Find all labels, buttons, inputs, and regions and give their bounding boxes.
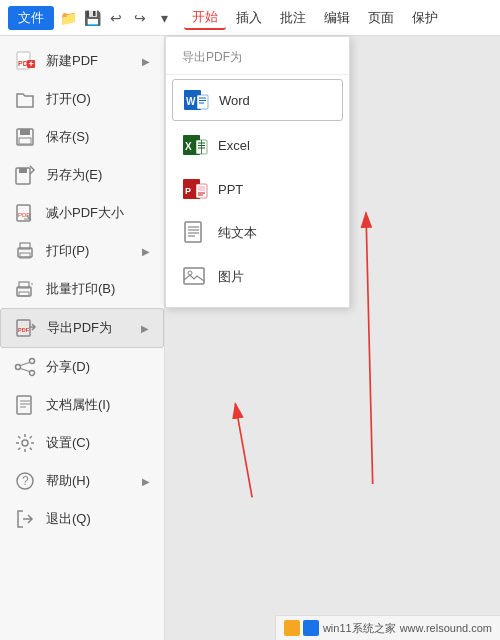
tab-page[interactable]: 页面 [360,7,402,29]
svg-rect-6 [19,138,31,144]
menu-item-settings[interactable]: 设置(C) [0,424,164,462]
svg-text:W: W [186,96,196,107]
menu-label-share: 分享(D) [46,358,90,376]
menu-item-save-as[interactable]: 另存为(E) [0,156,164,194]
menu-item-export-pdf[interactable]: PDF 导出PDF为 ▶ [0,308,164,348]
file-button[interactable]: 文件 [8,6,54,30]
share-icon [14,356,36,378]
print-icon [14,240,36,262]
menu-arrow-export-pdf: ▶ [141,323,149,334]
menu-item-print[interactable]: 打印(P) ▶ [0,232,164,270]
export-pdf-icon: PDF [15,317,37,339]
svg-text:?: ? [22,474,29,488]
menu-label-save: 保存(S) [46,128,89,146]
main-area: PDF + 新建PDF ▶ 打开(O) [0,36,500,640]
svg-rect-34 [197,95,208,109]
toolbar: 文件 📁 💾 ↩ ↪ ▾ 开始 插入 批注 编辑 页面 保护 [0,0,500,36]
menu-arrow-print: ▶ [142,246,150,257]
menu-label-print: 打印(P) [46,242,89,260]
submenu-item-plaintext[interactable]: 纯文本 [166,211,349,255]
tab-start[interactable]: 开始 [184,6,226,30]
watermark-url-text: www.relsound.com [400,622,492,634]
svg-line-60 [366,213,373,484]
export-submenu: 导出PDF为 W Word X [165,36,350,308]
menu-label-doc-props: 文档属性(I) [46,396,110,414]
tab-review[interactable]: 批注 [272,7,314,29]
exit-icon [14,508,36,530]
toolbar-tabs: 开始 插入 批注 编辑 页面 保护 [184,6,446,30]
save-as-icon [14,164,36,186]
open-file-icon[interactable]: 📁 [58,8,78,28]
svg-line-24 [21,369,30,372]
svg-rect-25 [17,396,31,414]
menu-item-reduce-size[interactable]: PDF 减小PDF大小 [0,194,164,232]
svg-text:X: X [185,141,192,152]
redo-icon[interactable]: ↪ [130,8,150,28]
menu-label-save-as: 另存为(E) [46,166,102,184]
tab-protect[interactable]: 保护 [404,7,446,29]
watermark-logo [284,620,319,636]
submenu-item-excel[interactable]: X Excel [166,123,349,167]
toolbar-left: 文件 📁 💾 ↩ ↪ ▾ [8,6,174,30]
menu-label-open: 打开(O) [46,90,91,108]
save-icon[interactable]: 💾 [82,8,102,28]
submenu-label-plaintext: 纯文本 [218,224,257,242]
word-icon: W [183,87,209,113]
undo-icon[interactable]: ↩ [106,8,126,28]
svg-line-59 [235,404,252,498]
svg-point-22 [30,371,35,376]
menu-label-export-pdf: 导出PDF为 [47,319,112,337]
menu-item-save[interactable]: 保存(S) [0,118,164,156]
doc-props-icon [14,394,36,416]
svg-rect-56 [184,268,204,284]
menu-item-share[interactable]: 分享(D) [0,348,164,386]
submenu-label-word: Word [219,93,250,108]
menu-item-help[interactable]: ? 帮助(H) ▶ [0,462,164,500]
menu-arrow-new-pdf: ▶ [142,56,150,67]
menu-item-new-pdf[interactable]: PDF + 新建PDF ▶ [0,42,164,80]
svg-rect-51 [185,222,201,242]
svg-line-23 [21,363,30,366]
watermark-site-text: win11系统之家 [323,621,396,636]
menu-arrow-help: ▶ [142,476,150,487]
logo-orange-square [284,620,300,636]
submenu-label-excel: Excel [218,138,250,153]
help-icon: ? [14,470,36,492]
submenu-title: 导出PDF为 [166,45,349,75]
more-icon[interactable]: ▾ [154,8,174,28]
menu-item-doc-props[interactable]: 文档属性(I) [0,386,164,424]
svg-point-20 [30,359,35,364]
menu-label-exit: 退出(Q) [46,510,91,528]
submenu-item-word[interactable]: W Word [172,79,343,121]
excel-icon: X [182,132,208,158]
submenu-item-ppt[interactable]: P PPT [166,167,349,211]
open-icon [14,88,36,110]
submenu-item-image[interactable]: 图片 [166,255,349,299]
svg-point-21 [16,365,21,370]
tab-insert[interactable]: 插入 [228,7,270,29]
menu-label-reduce-size: 减小PDF大小 [46,204,124,222]
submenu-label-image: 图片 [218,268,244,286]
new-pdf-icon: PDF + [14,50,36,72]
menu-label-batch-print: 批量打印(B) [46,280,115,298]
reduce-size-icon: PDF [14,202,36,224]
menu-item-open[interactable]: 打开(O) [0,80,164,118]
svg-text:+: + [29,59,34,69]
svg-rect-5 [20,129,30,135]
svg-text:P: P [185,186,191,196]
svg-point-29 [22,440,28,446]
settings-icon [14,432,36,454]
menu-item-exit[interactable]: 退出(Q) [0,500,164,538]
menu-label-new-pdf: 新建PDF [46,52,98,70]
tab-edit[interactable]: 编辑 [316,7,358,29]
left-menu: PDF + 新建PDF ▶ 打开(O) [0,36,165,640]
submenu-label-ppt: PPT [218,182,243,197]
watermark: win11系统之家 www.relsound.com [275,615,500,640]
logo-blue-square [303,620,319,636]
batch-print-icon [14,278,36,300]
svg-rect-48 [198,186,205,191]
svg-text:PDF: PDF [18,327,30,333]
menu-label-help: 帮助(H) [46,472,90,490]
menu-item-batch-print[interactable]: 批量打印(B) [0,270,164,308]
image-icon [182,264,208,290]
